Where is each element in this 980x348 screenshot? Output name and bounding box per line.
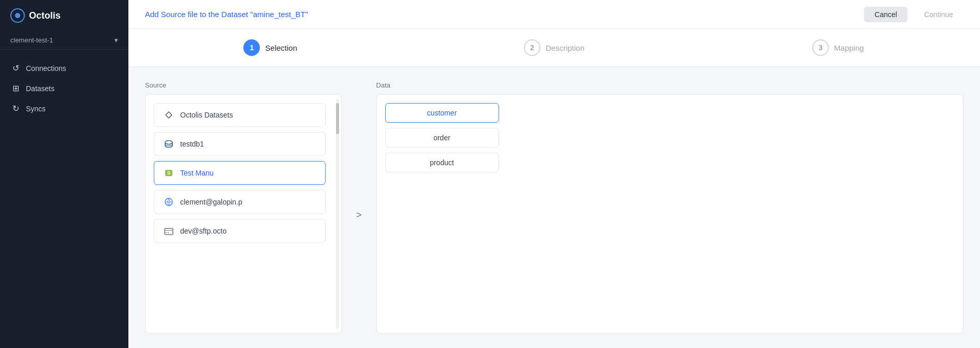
step-3-circle: 3 [812,39,829,56]
shopify-icon: S [163,167,175,179]
svg-rect-5 [165,228,173,235]
chevron-down-icon: ▾ [114,36,118,44]
source-label: Source [145,81,342,89]
header-dataset-name: "amine_test_BT" [250,10,308,19]
header-actions: Cancel Continue [864,7,963,22]
step-3: 3 Mapping [696,39,980,56]
postgres-icon [163,138,175,150]
data-item-customer[interactable]: customer [385,103,499,123]
connections-icon: ↺ [10,63,21,73]
source-item-clement-label: clement@galopin.p [180,198,242,206]
datasets-icon: ⊞ [10,83,21,93]
step-1: 1 Selection [128,39,412,56]
sidebar-item-connections[interactable]: ↺ Connections [0,58,128,78]
svg-point-6 [166,232,167,233]
svg-point-2 [165,141,172,144]
steps-bar: 1 Selection 2 Description 3 Mapping [128,29,980,67]
svg-point-1 [15,13,20,18]
source-item-sftp[interactable]: dev@sftp.octo [154,219,326,243]
sftp-icon [163,225,175,237]
header: Add Source file to the Dataset "amine_te… [128,0,980,29]
sidebar-item-datasets[interactable]: ⊞ Datasets [0,78,128,98]
data-section: Data customer order product [376,81,963,334]
svg-point-7 [168,232,169,233]
sidebar-item-label: Connections [26,64,66,72]
continue-button: Continue [914,7,963,22]
syncs-icon: ↻ [10,104,21,113]
step-1-circle: 1 [243,39,260,56]
data-item-product-label: product [430,158,454,167]
step-3-label: Mapping [834,44,864,52]
step-2: 2 Description [412,39,696,56]
sidebar-item-label: Datasets [26,84,54,93]
data-item-customer-label: customer [427,109,457,117]
sidebar-item-label: Syncs [26,105,46,113]
content-area: Source Octolis Datasets [128,67,980,348]
source-section: Source Octolis Datasets [145,81,342,334]
source-scrollbar[interactable] [336,99,339,329]
data-item-order[interactable]: order [385,128,499,148]
source-scrollbar-thumb [336,103,339,134]
source-list: Octolis Datasets testdb1 [145,95,334,333]
octolis-datasets-icon [163,109,175,121]
sidebar-item-syncs[interactable]: ↻ Syncs [0,98,128,119]
source-item-testdb1-label: testdb1 [180,140,204,148]
step-2-circle: 2 [524,39,540,56]
workspace-name: clement-test-1 [10,36,53,44]
step-2-label: Description [546,44,584,52]
arrow-separator: > [352,210,366,221]
source-panel-inner: Octolis Datasets testdb1 [145,95,341,333]
cancel-button[interactable]: Cancel [864,7,908,22]
sidebar-logo-text: Octolis [29,10,61,21]
source-item-testdb1[interactable]: testdb1 [154,132,326,156]
data-label: Data [376,81,963,89]
source-item-clement[interactable]: clement@galopin.p [154,190,326,214]
sidebar: Octolis clement-test-1 ▾ ↺ Connections ⊞… [0,0,128,348]
source-item-testmanu[interactable]: S Test Manu [154,161,326,185]
source-panel: Octolis Datasets testdb1 [145,94,342,334]
source-item-octolis[interactable]: Octolis Datasets [154,103,326,127]
step-1-label: Selection [265,44,297,52]
data-item-order-label: order [433,134,450,142]
workspace-selector[interactable]: clement-test-1 ▾ [0,31,128,50]
header-title: Add Source file to the Dataset "amine_te… [145,10,308,19]
data-item-product[interactable]: product [385,153,499,172]
sidebar-nav: ↺ Connections ⊞ Datasets ↻ Syncs [0,50,128,348]
main-content: Add Source file to the Dataset "amine_te… [128,0,980,348]
source-item-sftp-label: dev@sftp.octo [180,227,227,235]
source-item-octolis-label: Octolis Datasets [180,111,233,119]
source-item-testmanu-label: Test Manu [180,169,214,177]
data-list: customer order product [377,95,963,333]
sidebar-logo: Octolis [0,0,128,31]
data-panel: customer order product [376,94,963,334]
octolis-logo-icon [10,8,25,23]
header-title-prefix: Add Source file to the Dataset [145,10,250,19]
wind-icon [163,196,175,208]
